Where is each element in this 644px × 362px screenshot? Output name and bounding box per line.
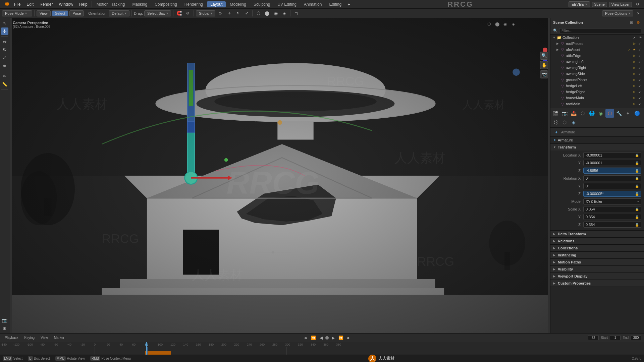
- menu-edit[interactable]: Edit: [24, 1, 36, 7]
- props-tab-view-layer[interactable]: ⬡: [578, 109, 587, 118]
- hedgeright-check[interactable]: ✓: [637, 89, 642, 94]
- play-dot[interactable]: [325, 336, 329, 340]
- workspace-editing[interactable]: Editing: [326, 1, 345, 7]
- screen-options[interactable]: ⚙: [634, 1, 641, 8]
- props-tab-data[interactable]: ⬡: [560, 118, 569, 127]
- marker-btn[interactable]: Marker: [52, 336, 66, 340]
- roofpieces-check[interactable]: ✓: [637, 41, 642, 46]
- groundplane-check[interactable]: ✓: [637, 77, 642, 82]
- nav-icon-lock[interactable]: 🔍: [540, 52, 548, 60]
- tree-item-ufoasset[interactable]: ▶ ▽ ufoAsset ▷ ★ ✓: [550, 47, 644, 53]
- scene-selector[interactable]: Scene: [592, 2, 607, 7]
- scale-y-value[interactable]: 0.354 🔒: [583, 214, 641, 220]
- roofmain-check[interactable]: ✓: [637, 102, 642, 106]
- menu-help[interactable]: Help: [76, 1, 90, 7]
- outliner-search-input[interactable]: [559, 28, 641, 33]
- start-frame-display[interactable]: 1: [610, 335, 621, 340]
- rot-y-lock[interactable]: 🔒: [635, 184, 639, 188]
- loc-z-lock[interactable]: 🔒: [635, 169, 639, 173]
- view-btn[interactable]: View: [39, 336, 50, 340]
- current-frame-display[interactable]: 82: [588, 335, 599, 340]
- annotate-tool[interactable]: ✏: [1, 72, 8, 80]
- props-tab-constraints[interactable]: ⛓: [551, 118, 560, 127]
- tree-item-awningright[interactable]: ▶ ▽ awningRight ▷ ✓: [550, 65, 644, 71]
- rotate-tool[interactable]: ↻: [1, 46, 8, 53]
- wireframe-icon[interactable]: ⬡: [486, 21, 492, 27]
- tree-item-roofpieces[interactable]: ▶ ▽ roofPieces ▷ ✓: [550, 41, 644, 47]
- props-tab-output[interactable]: 📤: [569, 109, 578, 118]
- scale-z-lock[interactable]: 🔒: [635, 223, 639, 227]
- move-tool[interactable]: ⇔: [1, 38, 8, 45]
- move-gizmo[interactable]: ✛: [225, 10, 233, 17]
- orientation-selector[interactable]: Default: [109, 10, 129, 16]
- awningleft-check[interactable]: ✓: [637, 59, 642, 64]
- visibility-header[interactable]: ▶ Visibility: [550, 266, 644, 273]
- collections-header[interactable]: ▶ Collections: [550, 245, 644, 251]
- playback-btn[interactable]: Playback: [3, 336, 20, 340]
- rotation-x-value[interactable]: 0° 🔒: [583, 175, 641, 181]
- tree-item-housemain[interactable]: ▶ ▽ houseMain ▷ ✓: [550, 95, 644, 101]
- props-tab-scene[interactable]: 🎬: [551, 109, 560, 118]
- outliner-options[interactable]: ⚙: [635, 19, 641, 25]
- scale-x-value[interactable]: 0.354 🔒: [583, 206, 641, 212]
- scale-gizmo[interactable]: ⤢: [243, 10, 250, 17]
- props-tab-particles[interactable]: ✦: [624, 109, 632, 118]
- rotation-z-value[interactable]: -0.000005° 🔒: [583, 191, 641, 197]
- skip-start-btn[interactable]: ⏮: [302, 335, 309, 341]
- view-all[interactable]: ⊞: [1, 324, 8, 332]
- props-tab-modifier[interactable]: 🔧: [614, 109, 623, 118]
- outliner-filter[interactable]: ⊞: [628, 19, 634, 25]
- nav-icon-hand[interactable]: ✋: [540, 61, 548, 69]
- next-frame-btn[interactable]: ▶: [330, 335, 336, 341]
- rendered-btn[interactable]: ◈: [281, 10, 288, 17]
- keying-btn[interactable]: Keying: [22, 336, 37, 340]
- workspace-rendering[interactable]: Rendering: [181, 1, 206, 7]
- material-btn[interactable]: ◉: [272, 10, 279, 17]
- tree-item-roofmain[interactable]: ▶ ▽ roofMain ▷ ✓: [550, 101, 644, 107]
- ufoasset-check[interactable]: ✓: [637, 47, 642, 52]
- drag-selector[interactable]: Select Box: [144, 10, 171, 16]
- rot-z-lock[interactable]: 🔒: [635, 192, 639, 196]
- tree-item-groundplane[interactable]: ▶ ▽ groundPlane ▷ ✓: [550, 77, 644, 83]
- scale-tool[interactable]: ⤢: [1, 54, 8, 61]
- rotation-mode-dropdown[interactable]: XYZ Euler: [583, 198, 641, 204]
- props-tab-scene2[interactable]: 🌐: [587, 109, 596, 118]
- custom-properties-header[interactable]: ▶ Custom Properties: [550, 280, 644, 287]
- pose-options[interactable]: Pose Options: [602, 10, 633, 16]
- scale-x-lock[interactable]: 🔒: [635, 207, 639, 211]
- workspace-add[interactable]: +: [345, 2, 352, 7]
- material-icon[interactable]: ◉: [502, 21, 508, 27]
- solid-btn[interactable]: ⬤: [263, 10, 271, 17]
- location-y-value[interactable]: -0.000001 🔒: [583, 160, 641, 166]
- props-tab-render[interactable]: 📷: [560, 109, 569, 118]
- scale-z-value[interactable]: 0.354 🔒: [583, 222, 641, 228]
- 3d-viewport[interactable]: Camera Perspective (82) Armature : Bone.…: [9, 18, 550, 333]
- instancing-header[interactable]: ▶ Instancing: [550, 252, 644, 258]
- workspace-motion-tracking[interactable]: Motion Tracking: [93, 1, 128, 7]
- render-icon[interactable]: ◈: [510, 21, 517, 27]
- collection-eye[interactable]: 👁: [638, 35, 643, 40]
- menu-window[interactable]: Window: [56, 1, 76, 7]
- tree-item-atticedge[interactable]: ▶ ▽ atticEdge ▷ ✓: [550, 53, 644, 59]
- props-tab-material[interactable]: ◈: [569, 118, 578, 127]
- location-z-value[interactable]: -4.8856 🔒: [583, 168, 641, 174]
- transform-header[interactable]: ▼ Transform: [550, 144, 644, 150]
- prev-keyframe-btn[interactable]: ⏪: [310, 335, 317, 341]
- global-selector[interactable]: Global: [196, 10, 216, 16]
- view-layer-selector[interactable]: View Layer: [609, 2, 632, 7]
- delta-transform-header[interactable]: ▶ Delta Transform: [550, 231, 644, 237]
- relations-header[interactable]: ▶ Relations: [550, 238, 644, 244]
- viewport-display-header[interactable]: ▶ Viewport Display: [550, 273, 644, 280]
- measure-tool[interactable]: 📏: [1, 80, 8, 88]
- workspace-animation[interactable]: Animation: [301, 1, 325, 7]
- hedgeleft-check[interactable]: ✓: [637, 83, 642, 88]
- collection-check[interactable]: ✓: [632, 35, 637, 40]
- toggle-xray[interactable]: ◻: [292, 10, 300, 17]
- select-tool[interactable]: ↖: [1, 19, 8, 27]
- rotate-gizmo[interactable]: ↻: [234, 10, 241, 17]
- location-x-value[interactable]: -0.000001 🔒: [583, 152, 641, 158]
- workspace-compositing[interactable]: Compositing: [151, 1, 180, 7]
- workspace-uv-editing[interactable]: UV Editing: [274, 1, 300, 7]
- motion-paths-header[interactable]: ▶ Motion Paths: [550, 259, 644, 265]
- tab-pose[interactable]: Pose: [69, 10, 84, 16]
